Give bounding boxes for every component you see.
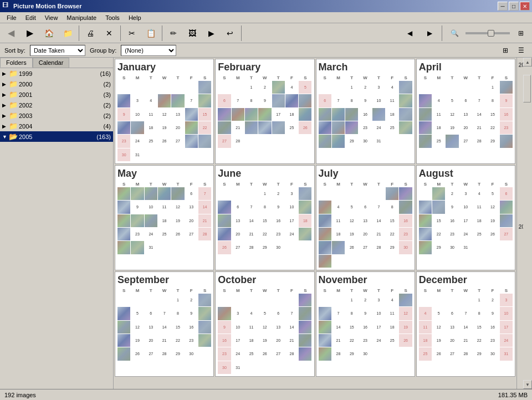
calendar-day[interactable]: 15 [198,108,211,121]
calendar-day[interactable]: 16 [185,321,198,334]
calendar-day[interactable]: 26 [258,347,271,360]
calendar-day[interactable] [419,121,432,134]
calendar-day[interactable]: 28 [198,228,211,240]
calendar-day[interactable] [171,94,184,107]
calendar-day[interactable]: 29 [345,347,358,360]
calendar-day[interactable] [299,334,311,347]
calendar-day[interactable] [198,334,211,347]
calendar-day[interactable]: 13 [446,321,458,334]
calendar-day[interactable]: 4 [432,94,445,107]
calendar-day[interactable] [198,294,211,306]
calendar-day[interactable]: 18 [145,121,157,134]
calendar-day[interactable]: 1 [171,294,184,306]
close-button[interactable]: ✕ [520,2,530,11]
calendar-day[interactable]: 14 [245,214,258,227]
calendar-day[interactable]: 17 [459,214,472,227]
calendar-day[interactable]: 21 [158,334,171,347]
calendar-day[interactable] [299,94,311,107]
sort-select[interactable]: Date Taken File Name File Size [30,45,85,56]
calendar-day[interactable]: 13 [232,214,244,227]
view-photo-button[interactable]: 🖼 [183,25,201,42]
calendar-day[interactable]: 30 [399,241,412,254]
calendar-day[interactable]: 15 [345,321,358,334]
calendar-day[interactable]: 21 [459,334,472,347]
calendar-day[interactable]: 9 [359,94,371,107]
calendar-day[interactable]: 26 [158,135,171,147]
calendar-day[interactable]: 31 [500,347,513,360]
calendar-day[interactable]: 17 [500,321,513,334]
zoom-track[interactable] [466,32,510,34]
menu-view[interactable]: View [40,13,63,22]
calendar-day[interactable]: 22 [198,121,211,134]
calendar-day[interactable]: 3 [500,294,513,306]
calendar-day[interactable]: 4 [245,307,258,320]
slideshow-button[interactable]: ▶ [202,25,220,42]
calendar-day[interactable]: 5 [131,307,144,320]
folder-button[interactable]: 📁 [59,25,76,42]
calendar-day[interactable]: 15 [432,214,445,227]
calendar-day[interactable]: 26 [432,347,445,360]
calendar-day[interactable]: 18 [285,108,298,121]
calendar-day[interactable]: 7 [372,201,385,213]
calendar-day[interactable] [332,135,345,147]
calendar-day[interactable]: 27 [185,228,198,240]
calendar-day[interactable] [419,94,432,107]
calendar-day[interactable]: 8 [345,94,358,107]
calendar-day[interactable]: 12 [258,321,271,334]
calendar-day[interactable]: 12 [486,201,499,213]
calendar-day[interactable]: 21 [372,228,385,240]
calendar-day[interactable]: 26 [171,228,184,240]
calendar-day[interactable]: 2 [272,187,285,200]
folder-item-1999[interactable]: ▶ 📁 1999 (16) [0,68,113,79]
folder-item-2004[interactable]: ▶ 📁 2004 (4) [0,121,113,131]
calendar-day[interactable] [319,228,331,240]
calendar-day[interactable]: 25 [432,135,445,147]
calendar-day[interactable] [258,121,271,134]
scroll-up-button[interactable]: ▲ [523,58,532,66]
group-select[interactable]: (None) Date Folder [121,45,176,56]
tab-calendar[interactable]: Calendar [33,58,70,68]
calendar-day[interactable]: 17 [372,321,385,334]
calendar-day[interactable] [158,94,171,107]
calendar-day[interactable]: 4 [419,307,432,320]
calendar-day[interactable] [185,135,198,147]
calendar-day[interactable]: 10 [285,201,298,213]
calendar-day[interactable]: 9 [218,321,231,334]
calendar-day[interactable]: 21 [245,228,258,240]
maximize-button[interactable]: □ [509,2,519,11]
calendar-day[interactable]: 11 [332,214,345,227]
calendar-day[interactable] [218,214,231,227]
calendar-day[interactable]: 20 [459,121,472,134]
calendar-day[interactable]: 23 [486,334,499,347]
calendar-day[interactable] [198,81,211,94]
calendar-day[interactable]: 8 [245,94,258,107]
export-button[interactable]: ↩ [221,25,239,42]
calendar-day[interactable] [299,187,311,200]
folder-item-2002[interactable]: ▶ 📁 2002 (2) [0,100,113,110]
calendar-day[interactable]: 4 [386,81,398,94]
calendar-day[interactable] [272,94,285,107]
calendar-day[interactable]: 15 [486,108,499,121]
month-october[interactable]: OctoberSMTWTFS34567910111213141617181920… [215,271,314,377]
calendar-day[interactable]: 11 [473,201,485,213]
calendar-day[interactable]: 7 [198,187,211,200]
calendar-day[interactable]: 19 [158,121,171,134]
calendar-day[interactable]: 13 [459,108,472,121]
calendar-day[interactable]: 17 [232,334,244,347]
calendar-area[interactable]: JanuarySMTWTFS34791011121315181920222324… [114,58,516,389]
folder-item-2001[interactable]: ▶ 📁 2001 (3) [0,89,113,100]
calendar-day[interactable]: 21 [198,214,211,227]
calendar-day[interactable]: 20 [145,334,157,347]
calendar-day[interactable]: 20 [272,334,285,347]
calendar-day[interactable]: 12 [158,108,171,121]
month-august[interactable]: AugustSMTWTFS234569101112151617181922232… [416,165,515,270]
calendar-day[interactable] [198,307,211,320]
month-february[interactable]: FebruarySMTWTFS1245678917182125262728 [215,59,314,164]
calendar-day[interactable] [171,187,184,200]
calendar-day[interactable]: 23 [185,334,198,347]
calendar-day[interactable]: 14 [459,321,472,334]
calendar-day[interactable]: 22 [258,228,271,240]
calendar-day[interactable]: 19 [432,334,445,347]
calendar-day[interactable] [131,214,144,227]
calendar-day[interactable]: 18 [158,214,171,227]
